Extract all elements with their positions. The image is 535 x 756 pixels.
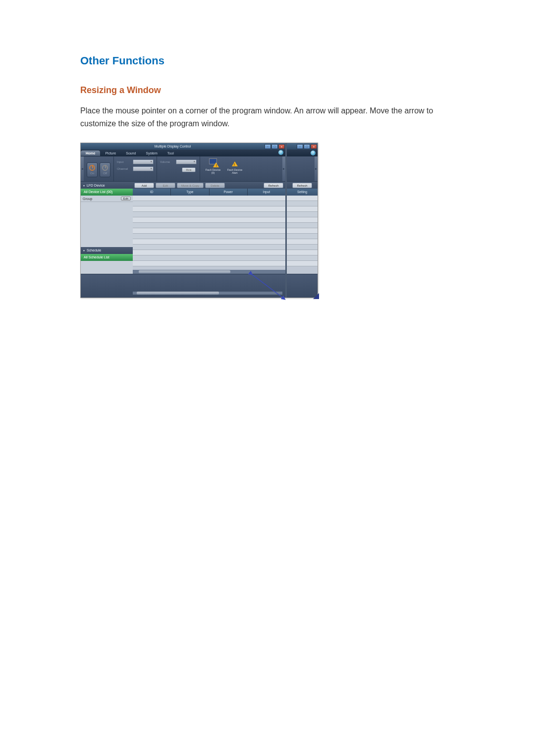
- table-row: [133, 217, 285, 223]
- status-scrollbar[interactable]: [133, 292, 282, 295]
- power-on-icon: [89, 165, 95, 171]
- help-icon[interactable]: ?: [278, 150, 283, 155]
- titlebar-title: Multiple Display Control: [81, 145, 265, 148]
- table-row: [133, 223, 285, 228]
- sidebar-group-label: Group: [83, 197, 92, 201]
- secondary-grid-toolbar: Refresh: [287, 181, 318, 189]
- secondary-minimize-button[interactable]: –: [297, 144, 303, 149]
- sidebar-schedule-label: Schedule: [87, 249, 101, 252]
- sidebar-schedule-header[interactable]: ▼Schedule: [81, 247, 133, 254]
- move-copy-button[interactable]: Move & Copy: [177, 183, 204, 188]
- table-row: [287, 201, 318, 206]
- secondary-menubar: ?: [287, 150, 318, 156]
- fault-device-alert[interactable]: ! Fault Device Alert: [226, 158, 244, 174]
- table-row: [133, 234, 285, 239]
- fault-alert-label: Fault Device Alert: [226, 168, 244, 174]
- menu-tab-tool[interactable]: Tool: [162, 151, 179, 156]
- table-row: [287, 255, 318, 261]
- status-scrollbar-handle[interactable]: [137, 292, 219, 295]
- menu-tab-picture[interactable]: Picture: [100, 151, 121, 156]
- horizontal-scrollbar[interactable]: [133, 270, 285, 274]
- table-row: [133, 255, 285, 261]
- group-edit-button[interactable]: Edit: [121, 197, 131, 201]
- secondary-close-button[interactable]: x: [311, 144, 317, 149]
- power-off-label: Off: [103, 172, 107, 175]
- table-row: [287, 245, 318, 250]
- app-screenshot: Multiple Display Control – □ x – □ x Hom…: [80, 143, 318, 298]
- resize-handle-icon[interactable]: [313, 293, 319, 299]
- scrollbar-handle[interactable]: [139, 270, 230, 273]
- table-row: [133, 245, 285, 250]
- channel-label: Channel: [117, 167, 131, 170]
- table-row: [287, 212, 318, 217]
- secondary-help-icon[interactable]: ?: [311, 151, 316, 155]
- close-button[interactable]: x: [278, 144, 285, 149]
- table-row: [133, 212, 285, 217]
- power-on-label: On: [90, 172, 94, 175]
- status-bar: [81, 274, 285, 298]
- volume-select[interactable]: ▾: [176, 159, 197, 164]
- sidebar-lfd-header[interactable]: ▼LFD Device: [81, 184, 133, 187]
- table-row: [287, 228, 318, 234]
- table-row: [133, 206, 285, 212]
- sidebar-all-schedule[interactable]: All Schedule List: [81, 254, 133, 261]
- grid-col-power[interactable]: Power: [210, 189, 248, 196]
- fault-device-icon: !: [208, 158, 218, 167]
- fault-alert-icon: !: [230, 158, 240, 167]
- table-row: [133, 261, 285, 266]
- menu-tab-home[interactable]: Home: [81, 151, 100, 156]
- fault-device-count[interactable]: ! Fault Device (0): [204, 158, 222, 174]
- add-button[interactable]: Add: [134, 183, 154, 188]
- grid-col-input[interactable]: Input: [248, 189, 285, 196]
- menubar: Home Picture Sound System Tool ?: [81, 150, 285, 156]
- maximize-button[interactable]: □: [271, 144, 278, 149]
- page-title: Other Functions: [80, 54, 456, 67]
- minimize-button[interactable]: –: [265, 144, 271, 149]
- table-row: [287, 223, 318, 228]
- edit-button[interactable]: Edit: [156, 183, 175, 188]
- secondary-grid-col-setting[interactable]: Setting: [287, 189, 318, 196]
- ribbon-scroll-right-icon[interactable]: ►: [282, 156, 285, 181]
- menu-tab-system[interactable]: System: [141, 151, 162, 156]
- fault-group: ! Fault Device (0) ! Fault Device Alert: [200, 156, 248, 181]
- grid-toolbar: ▼LFD Device Add Edit Move & Copy Delete …: [81, 181, 285, 189]
- secondary-refresh-button[interactable]: Refresh: [292, 183, 312, 188]
- grid-col-id[interactable]: ID: [133, 189, 171, 196]
- table-row: [287, 206, 318, 212]
- refresh-button[interactable]: Refresh: [264, 183, 283, 188]
- sidebar-group-row: Group Edit: [81, 196, 133, 202]
- secondary-window-controls: – □ x: [297, 144, 318, 149]
- sidebar-lfd-label: LFD Device: [87, 184, 105, 187]
- volume-group: Volume ▾ Mute: [157, 156, 200, 181]
- secondary-maximize-button[interactable]: □: [304, 144, 310, 149]
- caret-down-icon: ▼: [83, 184, 85, 187]
- window-controls: – □ x: [265, 144, 285, 149]
- table-row: [287, 261, 318, 266]
- secondary-ribbon-scroll-right-icon[interactable]: ►: [315, 156, 318, 181]
- main-body: All Device List (00) Group Edit ▼Schedul…: [81, 189, 285, 274]
- caret-down-icon: ▼: [83, 249, 85, 252]
- menu-tab-sound[interactable]: Sound: [121, 151, 141, 156]
- ribbon: ◄ On Off Input ▾ Channel ▾ Volume: [81, 156, 285, 181]
- secondary-grid: Setting: [287, 189, 318, 274]
- device-grid: ID Type Power Input: [133, 189, 285, 274]
- grid-col-type[interactable]: Type: [171, 189, 209, 196]
- sidebar-all-device[interactable]: All Device List (00): [81, 189, 133, 196]
- fault-device-label: Fault Device (0): [204, 168, 222, 174]
- body-paragraph: Place the mouse pointer on a corner of t…: [80, 104, 456, 130]
- mute-button[interactable]: Mute: [182, 167, 196, 172]
- power-on-button[interactable]: On: [87, 162, 98, 177]
- sidebar-schedule-empty: [81, 261, 133, 274]
- delete-button[interactable]: Delete: [205, 183, 225, 188]
- table-row: [133, 250, 285, 255]
- power-off-button[interactable]: Off: [100, 162, 110, 177]
- input-select[interactable]: ▾: [133, 159, 154, 164]
- table-row: [133, 201, 285, 206]
- channel-select[interactable]: ▾: [133, 166, 154, 171]
- table-row: [287, 250, 318, 255]
- secondary-ribbon: ►: [287, 156, 318, 181]
- table-row: [133, 228, 285, 234]
- table-row: [133, 196, 285, 201]
- table-row: [287, 234, 318, 239]
- sidebar: All Device List (00) Group Edit ▼Schedul…: [81, 189, 133, 274]
